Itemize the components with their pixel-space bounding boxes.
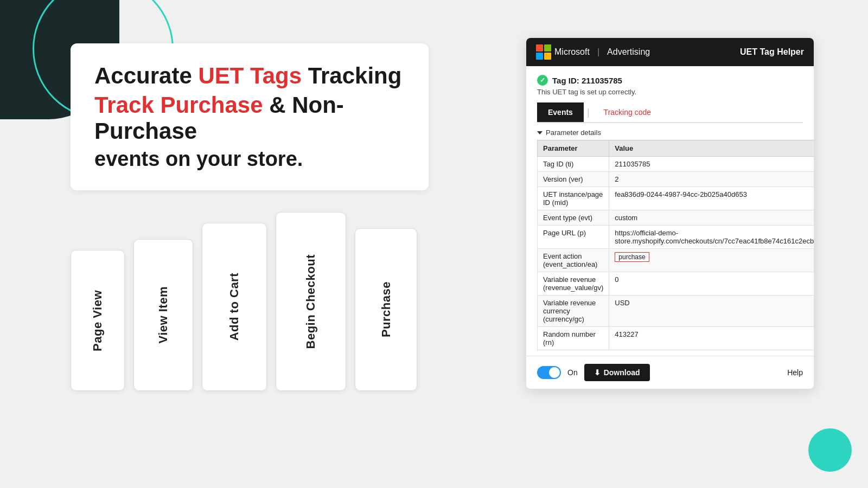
headline-box: Accurate UET Tags Tracking Track Purchas… <box>71 43 429 190</box>
header-advertising-label: Advertising <box>607 47 650 57</box>
step-label-add-to-cart: Add to Cart <box>218 260 251 354</box>
headline-highlight: UET Tags <box>198 63 302 88</box>
value-cell: USD <box>609 296 814 327</box>
value-cell: https://official-demo-store.myshopify.co… <box>609 226 814 249</box>
ms-logo-yellow <box>544 53 551 60</box>
param-cell: Variable revenue (revenue_value/gv) <box>538 272 609 296</box>
value-cell: fea836d9-0244-4987-94cc-2b025a40d653 <box>609 187 814 210</box>
step-add-to-cart: Add to Cart <box>202 223 267 391</box>
value-cell: 211035785 <box>609 157 814 172</box>
uet-panel: Microsoft | Advertising UET Tag Helper T… <box>526 38 814 389</box>
step-begin-checkout: Begin Checkout <box>276 212 346 391</box>
table-row: Variable revenue currency (currency/gc)U… <box>538 296 814 327</box>
table-row: Variable revenue (revenue_value/gv)0 <box>538 272 814 296</box>
col-header-value: Value <box>609 140 814 157</box>
header-microsoft-label: Microsoft <box>554 47 590 57</box>
table-row: Random number (rn)413227 <box>538 327 814 350</box>
value-cell: 413227 <box>609 327 814 350</box>
header-divider: | <box>597 47 599 57</box>
highlight-badge: purchase <box>615 252 649 262</box>
tag-status: Tag ID: 211035785 <box>537 75 803 86</box>
download-button[interactable]: ⬇ Download <box>584 364 650 381</box>
value-cell: custom <box>609 210 814 226</box>
toggle-label: On <box>567 368 578 377</box>
tag-id-text: Tag ID: 211035785 <box>552 76 622 85</box>
uet-header: Microsoft | Advertising UET Tag Helper <box>526 38 814 66</box>
col-header-parameter: Parameter <box>538 140 609 157</box>
steps-container: Page View View Item Add to Cart Begin Ch… <box>71 212 429 391</box>
param-cell: Variable revenue currency (currency/gc) <box>538 296 609 327</box>
step-view-item: View Item <box>133 239 193 391</box>
uet-footer: On ⬇ Download Help <box>526 356 814 389</box>
value-cell: 2 <box>609 172 814 187</box>
toggle-switch[interactable] <box>537 366 561 379</box>
tabs-row: Events | Tracking code <box>537 102 803 123</box>
ms-logo-green <box>544 44 551 52</box>
param-cell: Event action (event_action/ea) <box>538 249 609 272</box>
table-row: Event type (evt)custom <box>538 210 814 226</box>
help-link[interactable]: Help <box>787 368 803 377</box>
step-label-view-item: View Item <box>146 273 180 357</box>
param-cell: Event type (evt) <box>538 210 609 226</box>
param-cell: Tag ID (ti) <box>538 157 609 172</box>
ms-logo-box: Microsoft <box>536 44 590 60</box>
step-label-begin-checkout: Begin Checkout <box>294 241 328 362</box>
left-panel: Accurate UET Tags Tracking Track Purchas… <box>71 43 429 391</box>
tag-subtitle: This UET tag is set up correctly. <box>537 88 803 96</box>
ms-logo-blue <box>536 53 543 60</box>
microsoft-logo <box>536 44 551 60</box>
step-label-purchase: Purchase <box>369 268 403 350</box>
ms-logo-red <box>536 44 543 52</box>
headline2-prefix: Track <box>94 92 160 118</box>
value-cell: purchase <box>609 249 814 272</box>
download-icon: ⬇ <box>594 368 601 377</box>
headline-prefix: Accurate <box>94 63 198 88</box>
table-row: Page URL (p)https://official-demo-store.… <box>538 226 814 249</box>
table-row: Version (ver)2 <box>538 172 814 187</box>
table-row: Tag ID (ti)211035785 <box>538 157 814 172</box>
param-details-label: Parameter details <box>546 129 601 137</box>
headline-line1: Accurate UET Tags Tracking <box>94 63 405 89</box>
param-cell: Page URL (p) <box>538 226 609 249</box>
download-label: Download <box>604 368 640 377</box>
param-details-arrow <box>537 131 542 134</box>
headline2-highlight: Purchase <box>160 92 263 118</box>
headline-line2: Track Purchase & Non-Purchase <box>94 92 405 144</box>
step-label-page-view: Page View <box>81 277 114 364</box>
value-cell: 0 <box>609 272 814 296</box>
param-table: Parameter Value Tag ID (ti)211035785Vers… <box>537 140 814 350</box>
param-cell: UET instance/page ID (mid) <box>538 187 609 210</box>
headline-line3: events on your store. <box>94 147 405 171</box>
param-cell: Random number (rn) <box>538 327 609 350</box>
tab-events[interactable]: Events <box>537 102 584 122</box>
check-circle-icon <box>537 75 548 86</box>
uet-content: Tag ID: 211035785 This UET tag is set up… <box>526 66 814 350</box>
bg-teal-circle <box>808 428 852 472</box>
header-uet-label: UET Tag Helper <box>740 47 804 57</box>
table-row: UET instance/page ID (mid)fea836d9-0244-… <box>538 187 814 210</box>
param-cell: Version (ver) <box>538 172 609 187</box>
tab-tracking-code[interactable]: Tracking code <box>593 102 662 122</box>
step-purchase: Purchase <box>355 228 417 391</box>
headline-suffix: Tracking <box>302 63 401 88</box>
toggle-thumb <box>549 367 560 378</box>
step-page-view: Page View <box>71 250 125 391</box>
param-details-header[interactable]: Parameter details <box>537 123 803 140</box>
table-row: Event action (event_action/ea)purchase <box>538 249 814 272</box>
